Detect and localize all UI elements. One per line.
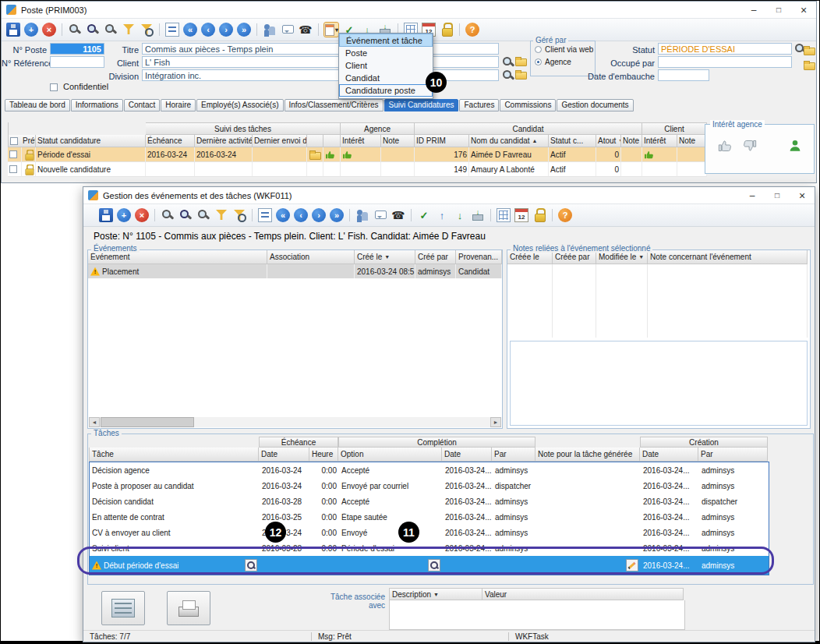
event-task-icon[interactable]: ▾ [324, 23, 338, 37]
nav-first-icon[interactable]: « [183, 23, 197, 37]
tab-commissions[interactable]: Commissions [500, 99, 556, 111]
tab-contact[interactable]: Contact [124, 99, 160, 111]
division-search-icon[interactable] [501, 69, 515, 83]
scroll-right-icon[interactable]: ► [490, 417, 501, 427]
col-header-derni-re-activit[interactable]: Dernière activité [195, 135, 253, 147]
candidate-row[interactable]: Nouvelle candidature149Amaury A LabontéA… [8, 162, 707, 177]
select-all-checkbox[interactable] [10, 137, 18, 145]
lock-icon[interactable] [532, 208, 546, 222]
menu-item-candidat[interactable]: Candidat [339, 72, 433, 84]
menu-item-candidature-poste[interactable]: Candidature poste [339, 84, 433, 97]
division-folder-icon[interactable] [514, 69, 527, 80]
calendar-12-icon[interactable]: 12 [514, 208, 528, 222]
tab-employ-s-associ-s[interactable]: Employé(s) Associé(s) [196, 99, 283, 111]
print-button[interactable] [167, 591, 210, 625]
statut-field[interactable] [658, 43, 792, 55]
col-header-cr-le[interactable]: Créé le▼ [355, 250, 415, 264]
col-header-heure-2[interactable]: Heure [309, 448, 338, 462]
occupe-par-field[interactable] [658, 56, 792, 68]
col-header-note[interactable]: Note [677, 135, 707, 147]
radio-client-via-web[interactable]: Client via web [535, 45, 593, 54]
nav-last-icon[interactable]: » [330, 208, 344, 222]
col-header-note[interactable]: Note [381, 135, 415, 147]
export-icon[interactable] [471, 208, 485, 222]
radio-selected-icon[interactable] [535, 58, 542, 65]
phone-icon[interactable]: ☎ [299, 23, 313, 37]
col-header-pr-f[interactable]: Préfé... [8, 135, 36, 147]
folder-icon[interactable] [309, 149, 321, 160]
col-header-atout[interactable]: Atout▼ [596, 135, 621, 147]
contacts-icon[interactable] [355, 208, 369, 222]
search-edit-icon[interactable] [178, 208, 193, 222]
col-header-description[interactable]: Description▼ [389, 588, 482, 600]
col-header-association[interactable]: Association [267, 250, 355, 264]
grid-icon[interactable] [497, 208, 511, 222]
col-header-int-r-t[interactable]: Intérêt [341, 135, 381, 147]
col-header-x[interactable] [307, 135, 323, 147]
client-folder-icon[interactable] [514, 55, 527, 66]
col-header-option-3[interactable]: Option [338, 448, 442, 462]
minimize-icon[interactable] [741, 2, 766, 19]
tab-infos-classement-crit-res[interactable]: Infos/Classement/Critères [285, 99, 383, 111]
note-text-panel[interactable] [510, 341, 808, 426]
date-embauche-field[interactable] [658, 69, 709, 81]
client-field[interactable] [142, 56, 499, 68]
nav-first-icon[interactable]: « [276, 208, 290, 222]
maximize-icon[interactable] [766, 2, 791, 19]
col-header-par-8[interactable]: Par [698, 448, 768, 462]
task-row[interactable]: Poste à proposer au candidat2016-03-240:… [90, 478, 769, 494]
nav-next-icon[interactable]: › [312, 208, 326, 222]
titre-field[interactable] [142, 43, 499, 55]
tab-tableau-de-bord[interactable]: Tableau de bord [5, 99, 70, 111]
col-header-valeur[interactable]: Valeur [482, 588, 684, 600]
phone-icon[interactable]: ☎ [391, 208, 405, 222]
menu-item-evenement-et-tache[interactable]: Événement et tâche [339, 34, 433, 47]
tab-factures[interactable]: Factures [459, 99, 499, 111]
titlebar[interactable]: Poste (PRIM003) [2, 2, 816, 19]
col-header-statut-candidature[interactable]: Statut candidature [36, 135, 146, 147]
cancel-icon[interactable]: × [135, 208, 149, 222]
maximize-icon[interactable] [765, 187, 790, 204]
search-edit-icon[interactable] [86, 23, 100, 37]
filter-icon[interactable] [122, 23, 136, 37]
list-icon[interactable] [165, 23, 179, 37]
lock-icon[interactable] [440, 23, 454, 37]
chat-icon[interactable] [281, 23, 295, 37]
nav-last-icon[interactable]: » [237, 23, 251, 37]
filter-search-icon[interactable] [140, 23, 154, 37]
task-row[interactable]: CV à envoyer au client2016-03-240:00Envo… [90, 525, 769, 540]
col-header-provenan[interactable]: Provenan... [456, 250, 502, 264]
save-icon[interactable] [6, 23, 20, 37]
col-header-id-prim[interactable]: ID PRIM [415, 135, 469, 147]
col-header-date-4[interactable]: Date [442, 448, 492, 462]
col-header-int-r-t[interactable]: Intérêt [642, 135, 677, 147]
candidate-row[interactable]: Période d'essai2016-03-242016-03-24176Ai… [8, 147, 707, 162]
close-icon[interactable] [790, 187, 815, 204]
col-header-statut-c[interactable]: Statut c... [549, 135, 596, 147]
radio-icon[interactable] [535, 46, 542, 53]
menu-item-client[interactable]: Client [339, 59, 433, 72]
tab-suivi-candidatures[interactable]: Suivi Candidatures [384, 99, 459, 111]
row-checkbox[interactable] [9, 165, 17, 173]
save-icon[interactable] [99, 208, 113, 222]
add-icon[interactable]: + [24, 23, 38, 37]
scroll-thumb[interactable] [101, 417, 194, 427]
help-icon[interactable]: ? [465, 23, 479, 37]
nav-prev-icon[interactable]: ‹ [294, 208, 308, 222]
col-header-t-che-0[interactable]: Tâche [89, 448, 259, 462]
nav-prev-icon[interactable]: ‹ [201, 23, 215, 37]
col-header-date-7[interactable]: Date [640, 448, 698, 462]
search-small-icon[interactable] [196, 208, 210, 222]
task-row[interactable]: En attente de contrat2016-03-250:00Étape… [90, 509, 769, 525]
col-header-nom-du-candidat[interactable]: Nom du candidat▲ [469, 135, 549, 147]
col-header-date-1[interactable]: Date [259, 448, 309, 462]
minimize-icon[interactable] [740, 187, 765, 204]
cancel-icon[interactable]: × [42, 23, 56, 37]
list-icon[interactable] [258, 208, 272, 222]
candidate-person-icon[interactable] [788, 139, 802, 153]
event-row[interactable]: Placement2016-03-24 08:5...adminsysCandi… [88, 264, 502, 278]
nav-next-icon[interactable]: › [219, 23, 233, 37]
col-header-dernier-envoi-de-cv[interactable]: Dernier envoi de CV [253, 135, 307, 147]
chat-icon[interactable] [373, 208, 387, 222]
add-icon[interactable]: + [117, 208, 131, 222]
